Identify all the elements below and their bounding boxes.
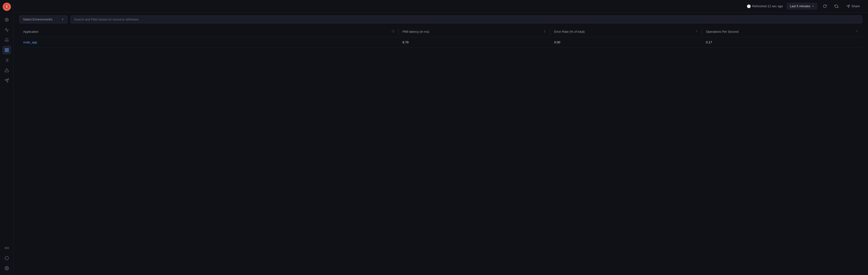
table-row: node_app 8.79 0.00 0.17: [19, 37, 862, 48]
svg-point-20: [6, 268, 7, 269]
sidebar-item-services[interactable]: [2, 46, 11, 55]
search-placeholder-text: Search and Filter based on resource attr…: [74, 18, 140, 21]
sort-p99-icon[interactable]: [543, 30, 546, 33]
col-header-p99: P99 latency (in ms): [399, 26, 550, 37]
cell-application[interactable]: node_app: [19, 37, 399, 48]
app-logo[interactable]: [2, 2, 11, 11]
sidebar-item-monitor[interactable]: [2, 36, 11, 44]
cell-error-rate: 0.00: [550, 37, 702, 48]
col-error-label: Error Rate (% of total): [554, 30, 585, 33]
controls-bar: Select Environment/s ▼ Search and Filter…: [13, 12, 868, 26]
search-filter-bar[interactable]: Search and Filter based on resource attr…: [70, 15, 862, 23]
services-table-container: Application P99 latency (in ms): [13, 26, 868, 275]
col-header-ops: Operations Per Second: [702, 26, 862, 37]
services-table: Application P99 latency (in ms): [19, 26, 862, 48]
svg-rect-8: [7, 48, 8, 49]
col-ops-label: Operations Per Second: [706, 30, 739, 33]
sidebar-item-apm[interactable]: [2, 56, 11, 65]
sidebar-item-config[interactable]: [2, 244, 11, 252]
chevron-down-icon: ▼: [812, 5, 814, 7]
env-select-label: Select Environment/s: [23, 18, 53, 21]
refresh-text: Refreshed 12 sec ago: [752, 4, 783, 8]
main-content: 🕐 Refreshed 12 sec ago Last 5 minutes ▼: [13, 0, 868, 275]
svg-rect-9: [7, 50, 8, 52]
col-application-label: Application: [23, 30, 38, 33]
cell-ops: 0.17: [702, 37, 862, 48]
sort-ops-icon[interactable]: [855, 30, 858, 33]
col-p99-label: P99 latency (in ms): [402, 30, 429, 33]
share-label: Share: [851, 4, 860, 8]
sidebar: [0, 0, 13, 275]
sidebar-item-deploy[interactable]: [2, 76, 11, 85]
sidebar-item-settings[interactable]: [2, 264, 11, 273]
table-header-row: Application P99 latency (in ms): [19, 26, 862, 37]
col-header-application: Application: [19, 26, 399, 37]
cell-p99: 8.79: [399, 37, 550, 48]
svg-point-0: [4, 4, 9, 9]
time-range-select[interactable]: Last 5 minutes ▼: [787, 3, 817, 9]
time-range-label: Last 5 minutes: [790, 4, 810, 8]
sidebar-item-home[interactable]: [2, 15, 11, 24]
sidebar-item-analytics[interactable]: [2, 26, 11, 34]
svg-line-24: [394, 32, 394, 32]
refresh-button[interactable]: [821, 2, 829, 10]
sync-button[interactable]: [833, 2, 840, 10]
svg-point-19: [6, 247, 7, 249]
search-icon[interactable]: [392, 30, 395, 33]
table-body: node_app 8.79 0.00 0.17: [19, 37, 862, 48]
table-header: Application P99 latency (in ms): [19, 26, 862, 37]
logo-icon: [3, 3, 11, 11]
svg-point-23: [392, 30, 394, 32]
sort-error-icon[interactable]: [695, 30, 698, 33]
topbar: 🕐 Refreshed 12 sec ago Last 5 minutes ▼: [13, 0, 868, 12]
environment-select[interactable]: Select Environment/s ▼: [19, 15, 67, 23]
share-button[interactable]: Share: [844, 3, 862, 9]
col-header-error-rate: Error Rate (% of total): [550, 26, 702, 37]
svg-point-2: [6, 19, 7, 21]
svg-rect-7: [5, 48, 6, 49]
svg-rect-10: [5, 50, 6, 52]
env-chevron-icon: ▼: [61, 18, 64, 21]
refresh-info: 🕐 Refreshed 12 sec ago: [747, 4, 783, 8]
sidebar-item-alerts[interactable]: [2, 66, 11, 75]
clock-icon: 🕐: [747, 4, 751, 8]
sidebar-item-integrations[interactable]: [2, 254, 11, 263]
